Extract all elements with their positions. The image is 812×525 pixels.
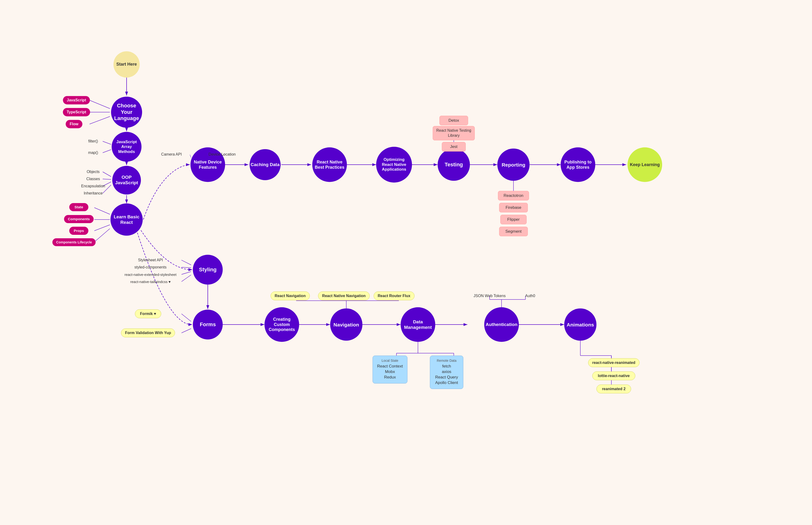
segment-rect: Segment — [499, 227, 528, 236]
svg-line-6 — [89, 100, 110, 108]
animations-node: Animations — [564, 309, 597, 341]
data-management-node: Data Management — [401, 308, 435, 342]
svg-line-9 — [103, 141, 111, 145]
rn-reanimated-pill: react-native-reanimated — [588, 358, 640, 367]
encapsulation-label: Encapsulation — [81, 184, 105, 188]
mindmap-canvas: Start Here Choose Your Language JavaScri… — [0, 0, 812, 525]
svg-line-38 — [182, 260, 191, 265]
optimizing-node: Optimizing React Native Applications — [376, 147, 412, 183]
local-state-box: Local State React Context Mobx Redux — [373, 356, 407, 384]
svg-line-15 — [94, 208, 110, 214]
js-array-methods-node: JavaScript Array Methods — [112, 132, 142, 162]
camera-api-label: Camera API — [161, 152, 182, 156]
testing-node: Testing — [438, 149, 470, 181]
svg-line-10 — [103, 150, 111, 153]
svg-line-41 — [182, 275, 191, 282]
reporting-node: Reporting — [497, 149, 530, 181]
stylesheet-api-label: Stylesheet API — [138, 258, 163, 262]
authentication-node: Authentication — [484, 308, 519, 342]
device-location-label: Device Location — [208, 152, 236, 156]
filter-label: filter() — [88, 139, 98, 144]
auth0-label: Auth0 — [525, 294, 535, 298]
svg-line-8 — [89, 117, 110, 124]
svg-line-17 — [94, 225, 110, 231]
connection-lines — [0, 0, 812, 525]
lottie-react-native-pill: lottie-react-native — [592, 371, 635, 380]
inheritance-label: Inheritance — [84, 191, 102, 195]
publishing-node: Publishing to App Stores — [561, 148, 595, 182]
rn-best-practices-node: React Native Best Practices — [313, 148, 347, 182]
svg-line-39 — [182, 267, 191, 268]
oop-javascript-node: OOP JavaScript — [112, 166, 141, 194]
start-here-node: Start Here — [113, 51, 140, 77]
javascript-pill: JavaScript — [63, 96, 90, 104]
react-navigation-pill: React Navigation — [271, 291, 310, 300]
components-pill: Components — [64, 215, 93, 223]
caching-data-node: Caching Data — [250, 149, 280, 180]
typescript-pill: TypeScript — [63, 108, 90, 116]
styling-node: Styling — [193, 255, 223, 285]
reanimated2-pill: reanimated 2 — [597, 385, 631, 393]
learn-basic-react-node: Learn Basic React — [111, 204, 143, 236]
rn-testing-library-rect: React Native TestingLibrary — [433, 126, 475, 140]
choose-language-node: Choose Your Language — [111, 97, 142, 127]
svg-line-12 — [103, 179, 111, 179]
jest-rect: Jest — [442, 142, 466, 151]
flipper-rect: Flipper — [500, 215, 527, 224]
remote-data-box: Remote Data fetch axios React Query Apol… — [430, 356, 463, 389]
state-pill: State — [69, 203, 88, 211]
map-label: map() — [88, 151, 98, 155]
svg-line-18 — [94, 229, 110, 242]
keep-learning-node: Keep Learning — [628, 148, 662, 182]
navigation-node: Navigation — [330, 309, 363, 341]
firebase-rect: Firebase — [499, 203, 528, 212]
classes-label: Classes — [86, 177, 100, 181]
svg-line-43 — [182, 314, 191, 321]
components-lifecycle-pill: Components Lifecycle — [52, 238, 96, 246]
detox-rect: Detox — [439, 116, 468, 125]
creating-custom-components-node: Creating Custom Components — [265, 308, 299, 342]
rn-navigation-pill: React Native Navigation — [318, 291, 370, 300]
rn-extended-stylesheet-label: react-native-extended-stylesheet — [125, 272, 176, 276]
styled-components-label: styled-components — [134, 265, 166, 269]
svg-line-11 — [103, 172, 111, 177]
objects-label: Objects — [87, 170, 100, 174]
props-pill: Props — [69, 227, 88, 235]
flow-pill: Flow — [66, 120, 82, 128]
json-web-tokens-label: JSON Web Tokens — [474, 294, 506, 298]
rn-tailwindcss-label: react-native-tailwindcss ♥ — [130, 280, 171, 284]
svg-line-40 — [182, 272, 191, 274]
svg-line-44 — [182, 329, 191, 333]
reactotron-rect: Reactotron — [498, 191, 529, 200]
forms-node: Forms — [193, 310, 223, 340]
formik-pill: Formik ♥ — [135, 309, 161, 318]
svg-line-20 — [190, 155, 191, 158]
react-router-flux-pill: React Router Flux — [374, 291, 415, 300]
form-validation-yup-pill: Form Validation With Yup — [121, 328, 175, 337]
